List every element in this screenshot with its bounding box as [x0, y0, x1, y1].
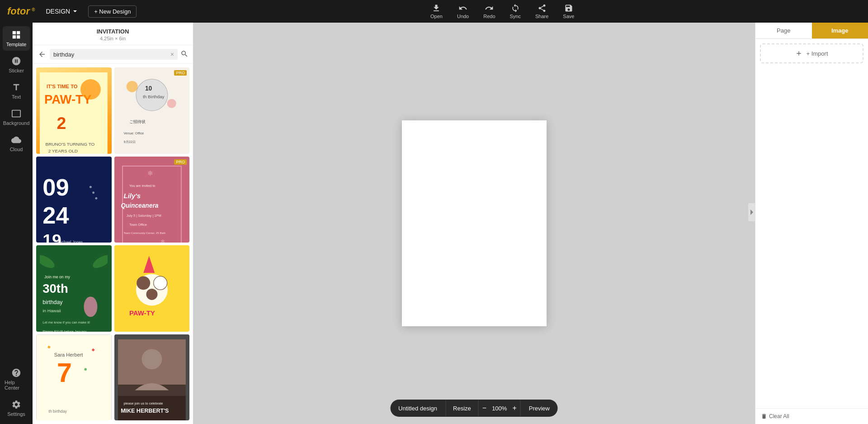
save-icon [564, 4, 573, 13]
svg-text:Rachael Jones: Rachael Jones [57, 240, 83, 243]
svg-text:Join me on my: Join me on my [44, 275, 70, 280]
panel-title: INVITATION [38, 28, 188, 35]
redo-button[interactable]: Redo [483, 4, 495, 19]
zoom-controls: − 100% + [479, 400, 520, 417]
sidebar-item-help[interactable]: Help Center [3, 364, 30, 394]
help-icon [11, 368, 21, 378]
template-card[interactable]: Join me on my 30th birthday in Hawaii Le… [36, 245, 112, 332]
search-clear-button[interactable]: × [170, 51, 174, 58]
svg-text:Town Office: Town Office [129, 223, 147, 227]
template-card[interactable]: IT'S TIME TO PAW-TY 2 BRUNO'S TURNING TO… [36, 67, 112, 154]
undo-button[interactable]: Undo [457, 4, 469, 19]
template-card[interactable]: 09 24 19 Rachael Jones [36, 157, 112, 243]
new-design-button[interactable]: + New Design [88, 5, 137, 18]
template-card[interactable]: Sara Herbert 7 th birthday [36, 334, 112, 421]
pro-badge: PRO [174, 159, 187, 165]
sidebar-item-text[interactable]: Text [3, 79, 30, 103]
trash-icon [761, 413, 767, 419]
preview-button[interactable]: Preview [521, 400, 558, 416]
main-area: Template Sticker Text Background Cloud H… [0, 23, 868, 424]
back-button[interactable] [37, 49, 47, 59]
svg-text:Please RSVP before January: Please RSVP before January [43, 329, 87, 331]
svg-point-44 [84, 296, 98, 317]
panel-subtitle: 4.25in × 6in [38, 36, 188, 41]
share-button[interactable]: Share [535, 4, 548, 19]
svg-text:July 5 | Saturday | 1PM: July 5 | Saturday | 1PM [127, 214, 161, 218]
template-preview-6: PAW-TY [118, 250, 186, 331]
chevron-right-icon [750, 209, 754, 215]
template-preview-5: Join me on my 30th birthday in Hawaii Le… [40, 250, 108, 331]
template-panel: INVITATION 4.25in × 6in × IT'S [33, 23, 193, 424]
sync-icon [511, 4, 520, 13]
template-preview-3: 09 24 19 Rachael Jones [40, 162, 108, 243]
redo-icon [485, 4, 494, 13]
svg-point-22 [90, 186, 92, 188]
zoom-out-button[interactable]: − [479, 400, 490, 417]
import-button[interactable]: + Import [760, 43, 863, 63]
sidebar-item-settings[interactable]: Settings [3, 396, 30, 420]
undo-icon [458, 4, 467, 13]
sidebar-item-background[interactable]: Background [3, 105, 30, 129]
text-icon [11, 82, 21, 92]
svg-text:2 YEARS OLD: 2 YEARS OLD [48, 148, 78, 153]
template-card[interactable]: PAW-TY [114, 245, 190, 332]
svg-text:Venue: Office: Venue: Office [123, 131, 144, 135]
share-icon [538, 4, 547, 13]
svg-point-12 [127, 81, 138, 92]
svg-text:Town Community Center, 25 Beth: Town Community Center, 25 Beth [123, 231, 165, 234]
template-preview-7: Sara Herbert 7 th birthday [40, 340, 107, 421]
template-card[interactable]: You are invited to Lily's Quinceanera Ju… [114, 157, 190, 243]
plus-icon [795, 50, 802, 57]
resize-button[interactable]: Resize [446, 400, 478, 416]
svg-text:10: 10 [145, 85, 152, 92]
settings-icon [11, 400, 21, 410]
svg-text:7: 7 [57, 357, 72, 387]
design-button[interactable]: DESIGN [42, 6, 81, 17]
sidebar-item-sticker[interactable]: Sticker [3, 52, 30, 77]
templates-grid: IT'S TIME TO PAW-TY 2 BRUNO'S TURNING TO… [33, 64, 193, 424]
svg-text:30th: 30th [43, 281, 68, 295]
open-button[interactable]: Open [430, 4, 443, 19]
save-button[interactable]: Save [563, 4, 574, 19]
canvas-design[interactable] [402, 120, 547, 326]
zoom-in-button[interactable]: + [509, 400, 520, 417]
svg-text:please join us to celebrate: please join us to celebrate [123, 401, 163, 405]
cloud-icon [11, 135, 21, 145]
clear-all-button[interactable]: Clear All [755, 408, 868, 424]
svg-point-47 [137, 276, 150, 290]
svg-text:Quinceanera: Quinceanera [121, 202, 158, 209]
search-submit-button[interactable] [180, 50, 189, 59]
svg-text:birthday: birthday [43, 299, 63, 305]
sync-button[interactable]: Sync [510, 4, 521, 19]
template-preview-8: please join us to celebrate MIKE HERBERT… [118, 339, 186, 420]
canvas-area: Untitled design Resize − 100% + Preview [193, 23, 755, 424]
svg-text:MIKE HERBERT'S: MIKE HERBERT'S [121, 408, 169, 414]
open-icon [432, 4, 441, 13]
template-preview-1: IT'S TIME TO PAW-TY 2 BRUNO'S TURNING TO… [40, 72, 108, 153]
background-icon [11, 109, 21, 119]
sidebar-item-cloud[interactable]: Cloud [3, 131, 30, 156]
svg-text:IT'S TIME TO: IT'S TIME TO [47, 84, 78, 89]
tab-image[interactable]: Image [812, 23, 868, 38]
svg-text:ご招待状: ご招待状 [129, 119, 146, 124]
sticker-icon [11, 56, 21, 66]
svg-point-48 [153, 276, 167, 290]
logo: fotor® [7, 5, 35, 17]
sidebar-item-template[interactable]: Template [3, 26, 30, 51]
svg-text:PAW-TY: PAW-TY [129, 309, 155, 317]
zoom-value: 100% [490, 405, 509, 412]
topbar-actions: Open Undo Redo Sync Share Save [144, 4, 861, 19]
svg-text:Lily's: Lily's [123, 192, 141, 200]
search-input[interactable] [53, 51, 168, 58]
template-card[interactable]: 10 th Birthday ご招待状 Venue: Office 9月22日 … [114, 67, 190, 154]
svg-point-62 [142, 349, 162, 369]
svg-text:You are invited to: You are invited to [129, 184, 156, 188]
right-panel-collapse-handle[interactable] [748, 203, 755, 221]
template-icon [11, 30, 21, 40]
template-card[interactable]: please join us to celebrate MIKE HERBERT… [114, 334, 190, 421]
right-tabs: Page Image [755, 23, 868, 39]
pro-badge: PRO [174, 70, 187, 76]
svg-point-3 [80, 79, 101, 100]
search-bar: × [33, 45, 193, 64]
tab-page[interactable]: Page [755, 23, 812, 38]
